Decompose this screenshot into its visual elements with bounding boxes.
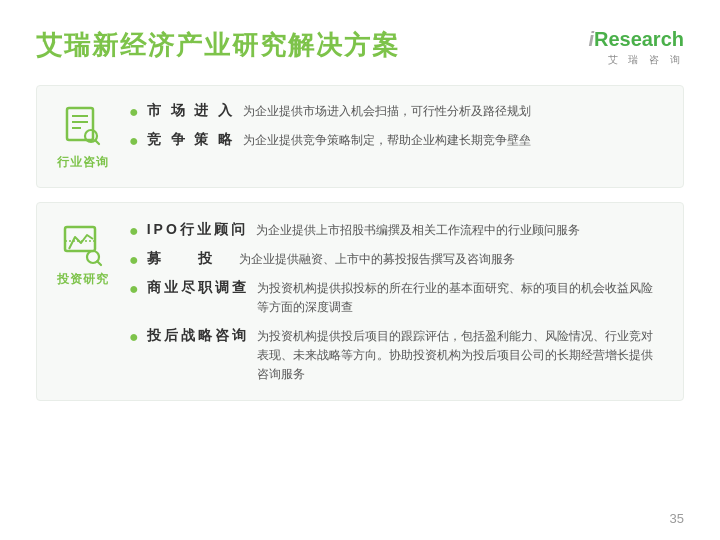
item-title: 投后战略咨询 <box>147 327 249 345</box>
logo-area: i Research 艾 瑞 咨 询 <box>588 28 684 67</box>
logo-tagline: 艾 瑞 咨 询 <box>608 53 684 67</box>
item-desc: 为企业提供市场进入机会扫描，可行性分析及路径规划 <box>243 102 663 121</box>
bullet-icon: ● <box>129 280 139 298</box>
item-title: IPO行业顾问 <box>147 221 248 239</box>
item-title: 市 场 进 入 <box>147 102 236 120</box>
cards-container: 行业咨询 ● 市 场 进 入 为企业提供市场进入机会扫描，可行性分析及路径规划 … <box>36 85 684 401</box>
item-desc: 为投资机构提供投后项目的跟踪评估，包括盈利能力、风险情况、行业竞对表现、未来战略… <box>257 327 663 384</box>
bullet-icon: ● <box>129 222 139 240</box>
list-item: ● 竞 争 策 略 为企业提供竞争策略制定，帮助企业构建长期竞争壁垒 <box>129 131 663 150</box>
bullet-icon: ● <box>129 103 139 121</box>
header: 艾瑞新经济产业研究解决方案 i Research 艾 瑞 咨 询 <box>36 28 684 67</box>
item-desc: 为企业提供上市招股书编撰及相关工作流程中的行业顾问服务 <box>256 221 663 240</box>
bullet-icon: ● <box>129 328 139 346</box>
list-item: ● IPO行业顾问 为企业提供上市招股书编撰及相关工作流程中的行业顾问服务 <box>129 221 663 240</box>
item-desc: 为投资机构提供拟投标的所在行业的基本面研究、标的项目的机会收益风险等方面的深度调… <box>257 279 663 317</box>
page-title: 艾瑞新经济产业研究解决方案 <box>36 28 400 63</box>
consulting-icon <box>59 102 107 150</box>
svg-line-5 <box>95 140 99 144</box>
item-desc: 为企业提供竞争策略制定，帮助企业构建长期竞争壁垒 <box>243 131 663 150</box>
list-item: ● 商业尽职调查 为投资机构提供拟投标的所在行业的基本面研究、标的项目的机会收益… <box>129 279 663 317</box>
item-desc: 为企业提供融资、上市中的募投报告撰写及咨询服务 <box>239 250 663 269</box>
bullet-icon: ● <box>129 132 139 150</box>
item-title: 商业尽职调查 <box>147 279 249 297</box>
item-title: 竞 争 策 略 <box>147 131 236 149</box>
consulting-content: ● 市 场 进 入 为企业提供市场进入机会扫描，可行性分析及路径规划 ● 竞 争… <box>129 102 663 150</box>
investment-label: 投资研究 <box>57 271 109 288</box>
svg-rect-0 <box>67 108 93 140</box>
industry-consulting-card: 行业咨询 ● 市 场 进 入 为企业提供市场进入机会扫描，可行性分析及路径规划 … <box>36 85 684 188</box>
investment-research-card: 投资研究 ● IPO行业顾问 为企业提供上市招股书编撰及相关工作流程中的行业顾问… <box>36 202 684 401</box>
investment-icon <box>59 219 107 267</box>
item-title: 募 投 <box>147 250 231 268</box>
svg-line-9 <box>97 261 101 265</box>
bullet-icon: ● <box>129 251 139 269</box>
card-icon-investment: 投资研究 <box>53 219 113 288</box>
list-item: ● 募 投 为企业提供融资、上市中的募投报告撰写及咨询服务 <box>129 250 663 269</box>
page: 艾瑞新经济产业研究解决方案 i Research 艾 瑞 咨 询 <box>0 0 720 540</box>
logo-research: Research <box>594 28 684 51</box>
consulting-label: 行业咨询 <box>57 154 109 171</box>
card-icon-consulting: 行业咨询 <box>53 102 113 171</box>
investment-content: ● IPO行业顾问 为企业提供上市招股书编撰及相关工作流程中的行业顾问服务 ● … <box>129 219 663 384</box>
list-item: ● 市 场 进 入 为企业提供市场进入机会扫描，可行性分析及路径规划 <box>129 102 663 121</box>
list-item: ● 投后战略咨询 为投资机构提供投后项目的跟踪评估，包括盈利能力、风险情况、行业… <box>129 327 663 384</box>
logo-brand: i Research <box>588 28 684 51</box>
page-number: 35 <box>670 511 684 526</box>
